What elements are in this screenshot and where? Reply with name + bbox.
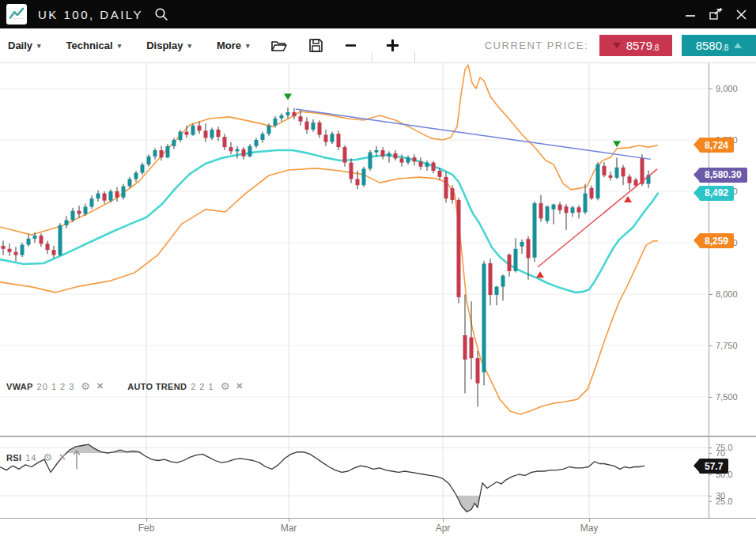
chevron-down-icon: ▾ (37, 42, 41, 50)
popout-window-button[interactable] (705, 4, 726, 25)
vwap-label: VWAP (6, 382, 33, 391)
menu-timeframe[interactable]: Daily▾ (8, 40, 41, 51)
auto-trend-label: AUTO TREND (127, 382, 187, 391)
vwap-legend: VWAP 20 1 2 3 ⚙ ✕ (6, 380, 104, 392)
menu-technical[interactable]: Technical▾ (66, 40, 122, 51)
chevron-down-icon: ▾ (118, 42, 122, 50)
rsi-legend: RSI 14 ⚙ ✕ (6, 451, 66, 463)
search-icon[interactable] (154, 7, 168, 21)
chevron-down-icon: ▾ (246, 42, 250, 50)
price-down-icon (613, 43, 621, 48)
minimize-button[interactable] (680, 4, 701, 25)
auto-trend-remove-icon[interactable]: ✕ (236, 381, 243, 391)
save-icon[interactable] (308, 38, 323, 53)
current-price-label: CURRENT PRICE: (485, 40, 588, 51)
zoom-in-icon[interactable] (385, 38, 400, 53)
menu-display[interactable]: Display▾ (146, 40, 191, 51)
ask-price-value: 8580 (696, 39, 722, 52)
close-button[interactable] (731, 4, 751, 25)
price-up-icon (734, 43, 742, 48)
toolbar-divider (372, 51, 372, 62)
auto-trend-params: 2 2 1 (191, 382, 214, 391)
rsi-settings-gear-icon[interactable]: ⚙ (43, 451, 53, 463)
menu-more[interactable]: More▾ (217, 40, 250, 51)
chevron-down-icon: ▾ (187, 42, 191, 50)
vwap-params: 20 1 2 3 (37, 382, 75, 391)
price-chart-canvas[interactable] (0, 0, 756, 540)
ask-price-badge: 8580.8 (682, 35, 756, 56)
toolbar: Daily▾ Technical▾ Display▾ More▾ (0, 28, 756, 63)
rsi-params: 14 (25, 453, 36, 463)
open-folder-icon[interactable] (270, 39, 288, 53)
bid-price-badge: 8579.8 (599, 35, 672, 56)
pane-divider[interactable] (0, 436, 756, 437)
price-axis[interactable] (709, 63, 756, 518)
chart-window: 9,0008,7508,5008,2508,0007,7507,50075.07… (0, 0, 756, 540)
chart-title: UK 100, DAILY (38, 8, 143, 21)
overlay-indicator-legends: VWAP 20 1 2 3 ⚙ ✕ AUTO TREND 2 2 1 ⚙ ✕ (6, 380, 267, 392)
zoom-out-icon[interactable] (344, 39, 357, 52)
vwap-remove-icon[interactable]: ✕ (96, 381, 104, 391)
bid-price-value: 8579 (626, 39, 652, 52)
vwap-settings-gear-icon[interactable]: ⚙ (81, 380, 90, 392)
time-axis[interactable] (0, 518, 756, 540)
rsi-label: RSI (6, 453, 21, 463)
titlebar: UK 100, DAILY (0, 0, 756, 28)
auto-trend-settings-gear-icon[interactable]: ⚙ (221, 380, 230, 392)
app-logo-icon (6, 4, 27, 25)
toolbar-divider (414, 51, 415, 62)
rsi-remove-icon[interactable]: ✕ (59, 452, 66, 463)
auto-trend-legend: AUTO TREND 2 2 1 ⚙ ✕ (127, 380, 243, 392)
